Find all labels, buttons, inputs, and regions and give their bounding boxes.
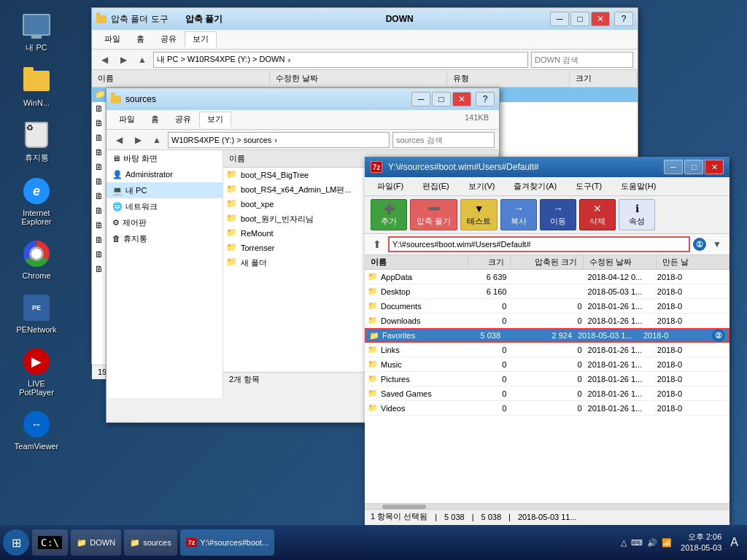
- sources-forward-button[interactable]: ▶: [130, 132, 146, 148]
- menu-tools[interactable]: 도구(T): [568, 179, 610, 194]
- sources-tab-file[interactable]: 파일: [111, 112, 143, 128]
- menu-favorites[interactable]: 즐겨찾기(A): [506, 179, 565, 194]
- down-help-button[interactable]: ?: [614, 12, 633, 26]
- nav-item-recycle[interactable]: 🗑 휴지통: [107, 230, 222, 246]
- sevenzip-scrollbar[interactable]: [365, 503, 729, 509]
- clock-time: 오후 2:06: [681, 532, 721, 542]
- sz-move-button[interactable]: → 이동: [540, 199, 576, 230]
- down-tab-view[interactable]: 보기: [185, 31, 217, 47]
- nav-item-desktop[interactable]: 🖥 바탕 화면: [107, 150, 222, 166]
- down-address-box[interactable]: 내 PC > W10RS4XPE (Y:) > DOWN ›: [153, 52, 528, 68]
- list-item[interactable]: 📁 Downloads 0 0 2018-01-26 1... 2018-0: [365, 314, 729, 328]
- menu-help[interactable]: 도움말(H): [613, 179, 664, 194]
- desktop-icon-chrome[interactable]: Chrome: [7, 236, 66, 283]
- desktop-icon-winn[interactable]: WinN...: [7, 63, 66, 110]
- list-item[interactable]: 📁 Music 0 0 2018-01-26 1... 2018-0: [365, 357, 729, 372]
- tray-arrow-icon[interactable]: △: [621, 538, 627, 548]
- sz-move-icon: →: [553, 203, 563, 214]
- down-col-size[interactable]: 크기: [570, 71, 638, 85]
- sources-maximize-button[interactable]: □: [432, 92, 451, 106]
- list-item[interactable]: 📁 AppData 6 639 2018-04-12 0... 2018-0: [365, 270, 729, 284]
- down-col-type[interactable]: 유형: [447, 71, 570, 85]
- language-indicator[interactable]: A: [730, 536, 738, 549]
- start-button[interactable]: ⊞: [3, 529, 29, 556]
- menu-edit[interactable]: 편집(E): [414, 179, 457, 194]
- desktop-icon-pot[interactable]: ▶ LIVE PotPlayer: [7, 344, 66, 400]
- folder-icon: 📁: [226, 198, 238, 210]
- sz-status-size: 5 038: [444, 513, 465, 521]
- desktop-icon-ie[interactable]: e Internet Explorer: [7, 174, 66, 229]
- list-item[interactable]: 📁 Links 0 0 2018-01-26 1... 2018-0: [365, 343, 729, 357]
- sz-col-compressed[interactable]: 압축된 크기: [511, 255, 584, 269]
- desktop-icon-recycle[interactable]: ♻ 휴지통: [7, 117, 66, 166]
- sources-search-input[interactable]: [392, 132, 495, 148]
- sources-address-box[interactable]: W10RS4XPE (Y:) > sources ›: [168, 132, 390, 148]
- list-item[interactable]: 📁 Pictures 0 0 2018-01-26 1... 2018-0: [365, 372, 729, 386]
- list-item[interactable]: 📁 Documents 0 0 2018-01-26 1... 2018-0: [365, 299, 729, 314]
- down-tab-home[interactable]: 홈: [128, 31, 152, 47]
- clock[interactable]: 오후 2:06 2018-05-03: [681, 532, 721, 554]
- list-item[interactable]: 📁 Saved Games 0 0 2018-01-26 1... 2018-0: [365, 386, 729, 401]
- taskbar-item-sources-folder[interactable]: 📁 sources: [124, 529, 177, 556]
- down-forward-button[interactable]: ▶: [115, 52, 131, 68]
- nav-item-my-pc[interactable]: 💻 내 PC: [107, 182, 222, 198]
- sz-col-date[interactable]: 수정된 날짜: [584, 255, 657, 269]
- sevenzip-maximize-button[interactable]: □: [684, 160, 703, 174]
- sevenzip-minimize-button[interactable]: ─: [664, 160, 683, 174]
- menu-file[interactable]: 파일(F): [369, 179, 411, 194]
- sources-help-button[interactable]: ?: [476, 92, 495, 106]
- taskbar-item-sevenzip[interactable]: 7z Y:\#sources#boot...: [180, 529, 275, 556]
- sz-copy-button[interactable]: → 복사: [500, 199, 537, 230]
- down-close-button[interactable]: ✕: [591, 12, 610, 26]
- sz-delete-button[interactable]: ✕ 삭제: [579, 199, 616, 230]
- pot-icon: ▶: [22, 347, 51, 376]
- down-tab-share[interactable]: 공유: [152, 31, 185, 47]
- down-addressbar: ◀ ▶ ▲ 내 PC > W10RS4XPE (Y:) > DOWN ›: [92, 50, 638, 70]
- down-up-button[interactable]: ▲: [134, 52, 150, 68]
- desktop-icon-my-pc[interactable]: 내 PC: [7, 7, 66, 56]
- sources-tab-share[interactable]: 공유: [167, 112, 199, 128]
- down-back-button[interactable]: ◀: [96, 52, 112, 68]
- sources-window-controls: ─ □ ✕ ?: [411, 92, 495, 106]
- desktop-icon-tv[interactable]: ↔ TeamViewer: [7, 407, 66, 454]
- sevenzip-close-button[interactable]: ✕: [705, 160, 724, 174]
- sz-add-button[interactable]: ➕ 추가: [371, 199, 407, 230]
- down-tab-file[interactable]: 파일: [96, 31, 128, 47]
- chrome-icon-label: Chrome: [22, 271, 50, 280]
- sources-tab-home[interactable]: 홈: [143, 112, 167, 128]
- list-item[interactable]: 📁 Favorites 5 038 2 924 2018-05-03 1... …: [365, 328, 729, 343]
- sources-close-button[interactable]: ✕: [452, 92, 471, 106]
- down-minimize-button[interactable]: ─: [550, 12, 569, 26]
- taskbar-item-down-folder[interactable]: 📁 DOWN: [71, 529, 121, 556]
- sz-up-button[interactable]: ⬆: [369, 236, 385, 252]
- desktop-icon-pe[interactable]: PE PENetwork: [7, 290, 66, 337]
- list-item[interactable]: 📁 Videos 0 0 2018-01-26 1... 2018-0: [365, 401, 729, 416]
- list-item[interactable]: 📁 Desktop 6 160 2018-05-03 1... 2018-0: [365, 284, 729, 299]
- nav-item-admin[interactable]: 👤 Administrator: [107, 166, 222, 182]
- sevenzip-titlebar: 7z Y:\#sources#boot.wim#Users#Default# ─…: [365, 157, 729, 177]
- down-col-name[interactable]: 이름: [92, 71, 270, 85]
- sources-back-button[interactable]: ◀: [111, 132, 127, 148]
- sources-minimize-button[interactable]: ─: [411, 92, 430, 106]
- sz-extract-button[interactable]: ➖ 압축 풀기: [410, 199, 457, 230]
- down-search-input[interactable]: [531, 52, 633, 68]
- sz-info-label: 속성: [629, 216, 645, 227]
- sz-dropdown-button[interactable]: ▼: [709, 236, 725, 252]
- taskbar-item-cmd[interactable]: C:\: [32, 529, 68, 556]
- sz-col-name[interactable]: 이름: [365, 255, 468, 269]
- sz-col-created[interactable]: 만든 날: [657, 255, 729, 269]
- sevenzip-address-input[interactable]: [388, 236, 690, 252]
- sz-test-button[interactable]: ▼ 테스트: [460, 199, 498, 230]
- wim-file-icon: 🗎: [95, 264, 107, 276]
- menu-view[interactable]: 보기(V): [460, 179, 503, 194]
- sz-delete-icon: ✕: [593, 203, 602, 214]
- nav-item-control-panel[interactable]: ⚙ 제어판: [107, 214, 222, 230]
- sz-col-size[interactable]: 크기: [468, 255, 511, 269]
- sz-info-button[interactable]: ℹ 속성: [619, 199, 655, 230]
- down-col-date[interactable]: 수정한 날짜: [270, 71, 448, 85]
- sz-add-icon: ➕: [383, 203, 395, 214]
- sources-tab-view[interactable]: 보기: [199, 112, 231, 128]
- nav-item-network[interactable]: 🌐 네트워크: [107, 198, 222, 214]
- down-maximize-button[interactable]: □: [570, 12, 589, 26]
- sources-up-button[interactable]: ▲: [149, 132, 165, 148]
